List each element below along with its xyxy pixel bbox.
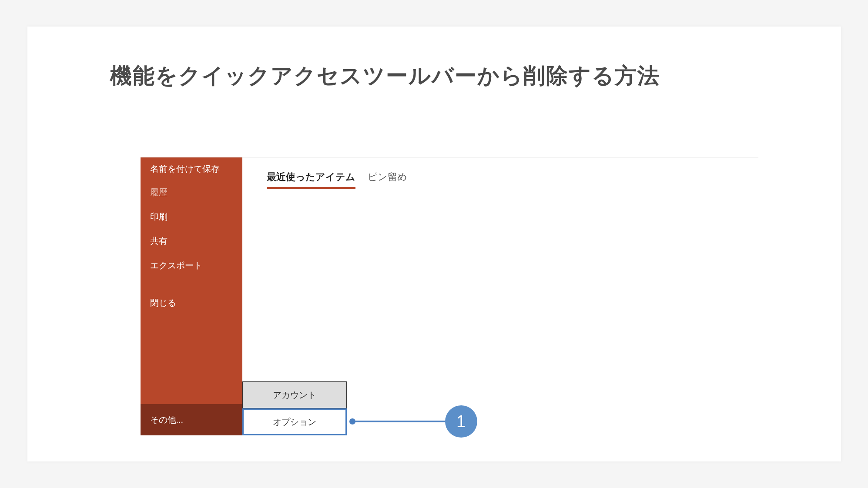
sidebar-item-print[interactable]: 印刷 (141, 204, 242, 229)
page-title: 機能をクイックアクセスツールバーから削除する方法 (27, 61, 841, 90)
content-tabs: 最近使ったアイテム ピン留め (267, 170, 407, 189)
callout-line-1 (354, 421, 449, 422)
sidebar-item-save-as[interactable]: 名前を付けて保存 (141, 157, 242, 180)
sidebar-item-others[interactable]: その他... (141, 404, 242, 435)
tab-recent[interactable]: 最近使ったアイテム (267, 170, 355, 189)
sidebar-item-history[interactable]: 履歴 (141, 180, 242, 204)
sidebar-item-share[interactable]: 共有 (141, 229, 242, 253)
app-screenshot: 名前を付けて保存 履歴 印刷 共有 エクスポート 閉じる その他... アカウン… (141, 157, 758, 435)
sidebar-item-close[interactable]: 閉じる (141, 291, 242, 315)
file-sidebar: 名前を付けて保存 履歴 印刷 共有 エクスポート 閉じる その他... (141, 157, 242, 435)
callout-marker-1: 1 (445, 405, 477, 438)
sidebar-item-export[interactable]: エクスポート (141, 253, 242, 277)
submenu-item-options[interactable]: オプション (242, 408, 347, 435)
tab-pinned[interactable]: ピン留め (368, 170, 407, 187)
submenu-item-account[interactable]: アカウント (242, 381, 347, 408)
others-submenu: アカウント オプション (242, 381, 347, 435)
slide-card: 機能をクイックアクセスツールバーから削除する方法 名前を付けて保存 履歴 印刷 … (27, 27, 841, 461)
